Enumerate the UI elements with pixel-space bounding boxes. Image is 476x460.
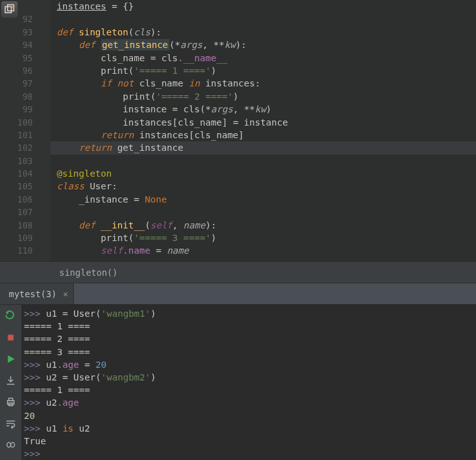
code-content[interactable]: instances = {}def singleton(cls): def ge… — [50, 0, 476, 261]
console-line: >>> u2.age — [24, 396, 476, 409]
wrap-button[interactable] — [3, 416, 18, 431]
close-icon[interactable]: × — [63, 289, 68, 299]
download-button[interactable] — [3, 373, 18, 388]
console-output[interactable]: >>> u1 = User('wangbm1')===== 1 ========… — [21, 305, 476, 460]
console-tab-bar: mytest(3) × — [0, 283, 476, 305]
console-line: ===== 1 ==== — [24, 320, 476, 333]
console-line: True — [24, 435, 476, 447]
line-number-gutter: 9293949596979899100101102103104105106107… — [0, 0, 37, 261]
console-line: 20 — [24, 410, 476, 422]
new-pane-button[interactable] — [1, 1, 18, 18]
console-line: >>> u1 is u2 — [24, 422, 476, 435]
editor-pane: 9293949596979899100101102103104105106107… — [0, 0, 476, 261]
code-area[interactable]: 9293949596979899100101102103104105106107… — [0, 0, 476, 261]
stop-button[interactable] — [3, 330, 18, 345]
breadcrumb[interactable]: singleton() — [0, 261, 476, 283]
tab-mytest[interactable]: mytest(3) × — [0, 283, 74, 304]
svg-marker-4 — [6, 312, 9, 315]
svg-marker-6 — [8, 355, 15, 363]
console-line: ===== 2 ==== — [24, 333, 476, 345]
link-button[interactable] — [3, 437, 18, 452]
svg-point-11 — [11, 442, 15, 447]
console-line: >>> — [24, 447, 476, 460]
print-button[interactable] — [3, 394, 18, 410]
console-line: >>> u1.age = 20 — [24, 358, 476, 371]
run-button[interactable] — [3, 351, 18, 367]
console-toolbar — [0, 305, 21, 460]
rerun-button[interactable] — [3, 309, 18, 324]
svg-point-10 — [7, 442, 11, 447]
fold-column — [37, 0, 50, 261]
svg-rect-5 — [8, 335, 14, 341]
console-line: >>> u1 = User('wangbm1') — [24, 307, 476, 320]
console-line: ===== 1 ==== — [24, 384, 476, 396]
tab-label: mytest(3) — [9, 289, 57, 299]
console-pane: >>> u1 = User('wangbm1')===== 1 ========… — [0, 305, 476, 460]
breadcrumb-text: singleton() — [59, 268, 118, 278]
svg-rect-8 — [9, 398, 13, 401]
console-line: ===== 3 ==== — [24, 346, 476, 358]
console-line: >>> u2 = User('wangbm2') — [24, 371, 476, 384]
svg-rect-0 — [5, 7, 11, 13]
